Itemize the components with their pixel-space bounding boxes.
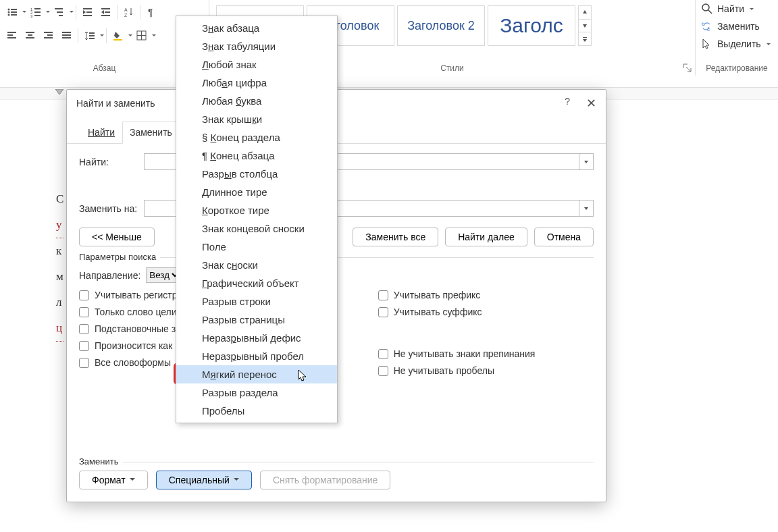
svg-text:A: A [124,7,128,12]
dialog-help-button[interactable]: ? [565,96,570,111]
checkbox-icon [79,358,89,368]
svg-text:Z: Z [124,13,128,18]
menu-item[interactable]: Разрыв раздела [176,383,337,402]
menu-item[interactable]: Разрыв столбца [176,165,337,183]
checkbox-icon [79,341,89,351]
show-hide-button[interactable]: ¶ [142,3,161,21]
dialog-title-text: Найти и заменить [76,98,155,109]
menu-item[interactable]: Графический объект [176,274,337,292]
menu-item[interactable]: Любой знак [176,55,337,74]
styles-down-icon[interactable] [579,20,591,33]
checkbox-label: Учитывать префикс [394,290,481,300]
svg-rect-7 [34,8,41,9]
menu-item[interactable]: Знак абзаца [176,19,337,37]
menu-item[interactable]: Любая буква [176,92,337,110]
styles-spinner[interactable] [578,5,592,46]
increase-indent-button[interactable] [97,3,115,21]
multilevel-list-button[interactable] [50,3,68,21]
svg-rect-29 [26,32,34,33]
style-heading2[interactable]: Заголовок 2 [397,5,485,46]
no-formatting-button: Снять форматирование [260,471,390,489]
replace-history-dropdown[interactable] [579,200,594,217]
menu-item[interactable]: Поле [176,238,337,256]
special-button[interactable]: Специальный [156,471,252,489]
checkbox-option[interactable]: Не учитывать пробелы [378,365,536,376]
decrease-indent-button[interactable] [78,3,97,21]
ribbon: 123 AZ ¶ Абзац интервала Заголовок [0,0,778,88]
svg-marker-55 [584,207,588,210]
checkbox-icon [378,290,388,300]
menu-item[interactable]: Знак крышки [176,110,337,128]
replace-button[interactable]: bc Заменить [696,18,778,35]
menu-item[interactable]: Короткое тире [176,201,337,219]
svg-marker-45 [583,10,587,14]
indent-marker-icon[interactable] [55,89,65,99]
svg-marker-48 [583,39,587,42]
svg-rect-26 [7,32,16,33]
tab-find[interactable]: Найти [80,122,122,144]
select-button[interactable]: Выделить [696,35,778,53]
format-button[interactable]: Формат [79,471,148,489]
svg-text:3: 3 [30,14,33,18]
menu-item[interactable]: Пробелы [176,402,337,420]
menu-item[interactable]: Знак табуляции [176,37,337,55]
sort-button[interactable]: AZ [120,3,138,21]
styles-up-icon[interactable] [579,6,591,20]
checkbox-label: Все словоформы [95,357,171,368]
align-center-button[interactable] [21,26,39,45]
checkbox-icon [79,290,89,300]
special-characters-menu[interactable]: Знак абзацаЗнак табуляцииЛюбой знакЛюбая… [176,16,338,423]
checkbox-option[interactable]: Учитывать префикс [378,290,536,300]
direction-label: Направление: [79,270,140,281]
svg-rect-16 [83,15,92,16]
tab-replace[interactable]: Заменить [122,122,180,144]
dialog-close-button[interactable]: ✕ [586,96,596,111]
menu-item[interactable]: Длинное тире [176,183,337,201]
borders-button[interactable] [132,26,151,45]
menu-item[interactable]: Неразрывный дефис [176,329,337,347]
find-label: Найти: [79,157,144,167]
svg-rect-28 [7,37,16,38]
bullets-button[interactable] [3,3,21,21]
checkbox-option[interactable]: Учитывать суффикс [378,307,536,317]
checkbox-option[interactable]: Не учитывать знаки препинания [378,348,536,359]
search-params-legend: Параметры поиска [79,252,160,262]
menu-item[interactable]: ¶ Конец абзаца [176,147,337,165]
svg-rect-18 [86,11,92,13]
replace-group-legend: Заменить [79,456,122,467]
menu-item[interactable]: Знак концевой сноски [176,219,337,238]
menu-item[interactable]: Любая цифра [176,74,337,92]
align-right-button[interactable] [39,26,57,45]
find-next-button[interactable]: Найти далее [445,228,527,246]
menu-item[interactable]: Разрыв страницы [176,311,337,329]
justify-button[interactable] [57,26,76,45]
search-icon [701,3,713,15]
checkbox-icon [378,366,388,376]
svg-rect-12 [55,8,63,9]
shading-button[interactable] [109,26,127,45]
svg-rect-31 [26,37,34,38]
find-button[interactable]: Найти [696,0,778,18]
svg-marker-21 [101,10,104,14]
checkbox-label: Учитывать регистр [95,290,178,300]
numbering-button[interactable]: 123 [26,3,45,21]
checkbox-label: Не учитывать знаки препинания [394,348,536,359]
replace-all-button[interactable]: Заменить все [353,228,438,246]
svg-rect-32 [44,32,53,33]
less-button[interactable]: << Меньше [79,228,155,246]
menu-item[interactable]: Неразрывный пробел [176,347,337,365]
styles-expand-icon[interactable] [579,32,591,45]
menu-item[interactable]: Разрыв строки [176,292,337,311]
menu-item[interactable]: Знак сноски [176,256,337,274]
svg-rect-27 [7,34,13,36]
menu-item[interactable]: § Конец раздела [176,128,337,147]
svg-rect-11 [34,15,41,16]
style-title[interactable]: Заголс [488,5,575,46]
find-history-dropdown[interactable] [579,153,594,170]
svg-marker-54 [584,161,588,163]
menu-item[interactable]: Мягкий перенос [176,365,337,383]
cancel-button[interactable]: Отмена [534,228,594,246]
svg-rect-15 [83,8,92,9]
align-left-button[interactable] [3,26,21,45]
line-spacing-button[interactable] [80,26,99,45]
